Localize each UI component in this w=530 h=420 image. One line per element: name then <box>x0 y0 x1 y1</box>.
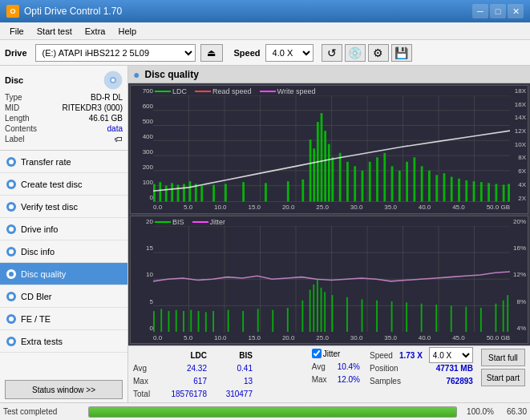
disc-quality-icon: ● <box>133 68 140 81</box>
nav-fe-te[interactable]: FE / TE <box>0 308 127 330</box>
drivebar: Drive (E:) ATAPI iHBS212 2 5L09 ⏏ Speed … <box>0 40 530 66</box>
svg-rect-60 <box>473 181 475 201</box>
nav-label: CD Bler <box>21 292 52 301</box>
svg-rect-82 <box>168 311 170 333</box>
max-bis: 13 <box>208 377 253 386</box>
svg-rect-35 <box>310 139 312 201</box>
start-part-button[interactable]: Start part <box>481 369 525 386</box>
label-icon: 🏷 <box>115 135 123 143</box>
chart2-container: BIS Jitter 20151050 20%16%12%8%4% 0.05.0… <box>130 216 528 345</box>
svg-rect-108 <box>451 305 452 332</box>
svg-rect-62 <box>488 183 490 201</box>
nav-dot <box>6 157 16 167</box>
svg-rect-43 <box>346 162 349 202</box>
total-bis: 310477 <box>208 390 253 398</box>
nav-create-test-disc[interactable]: Create test disc <box>0 173 127 196</box>
nav-label: Extra tests <box>21 337 63 346</box>
svg-rect-98 <box>321 287 322 332</box>
total-label: Total <box>133 390 161 398</box>
jitter-section: Jitter Avg 10.4% Max 12.0% <box>312 349 360 386</box>
svg-rect-59 <box>465 180 467 202</box>
settings-button[interactable]: ⚙ <box>368 44 389 62</box>
read-speed-legend: Read speed <box>195 87 252 95</box>
svg-rect-31 <box>242 182 245 201</box>
svg-rect-56 <box>443 173 446 201</box>
disc-panel-title: Disc <box>5 75 23 85</box>
svg-rect-109 <box>465 306 467 332</box>
ldc-header: LDC <box>163 351 207 360</box>
menu-file[interactable]: File <box>3 25 30 38</box>
jitter-label: Jitter <box>323 349 341 358</box>
svg-rect-111 <box>495 303 496 332</box>
svg-rect-30 <box>225 184 227 201</box>
svg-rect-102 <box>362 299 363 332</box>
status-window-button[interactable]: Status window >> <box>5 380 123 399</box>
jitter-max: 12.0% <box>338 375 360 384</box>
nav-disc-info[interactable]: Disc info <box>0 240 127 263</box>
svg-rect-95 <box>310 289 311 332</box>
start-full-button[interactable]: Start full <box>481 349 525 366</box>
action-buttons: Start full Start part <box>481 349 525 386</box>
nav-dot <box>6 202 16 212</box>
length-value: 46.61 GB <box>89 114 123 123</box>
menu-extra[interactable]: Extra <box>79 25 112 38</box>
nav-dot <box>6 224 16 234</box>
svg-rect-38 <box>321 113 323 201</box>
svg-rect-92 <box>272 309 273 332</box>
svg-rect-41 <box>332 157 334 201</box>
svg-rect-26 <box>189 181 192 201</box>
menu-starttest[interactable]: Start test <box>30 25 79 38</box>
nav-label: Disc info <box>21 247 55 256</box>
sidebar: Disc Type BD-R DL MID RITEKDR3 (000) Len… <box>0 66 128 402</box>
maximize-button[interactable]: □ <box>490 4 506 18</box>
save-button[interactable]: 💾 <box>391 44 412 62</box>
svg-rect-105 <box>406 302 407 332</box>
svg-rect-39 <box>324 131 326 201</box>
drive-label: Drive <box>5 48 27 58</box>
svg-rect-20 <box>153 184 156 201</box>
minimize-button[interactable]: ─ <box>472 4 488 18</box>
svg-rect-22 <box>165 186 168 202</box>
disc-button[interactable]: 💿 <box>345 44 366 62</box>
nav-dot <box>6 337 16 346</box>
nav-drive-info[interactable]: Drive info <box>0 218 127 240</box>
nav-dot <box>6 247 16 256</box>
nav-transfer-rate[interactable]: Transfer rate <box>0 151 127 173</box>
speed-label: Speed <box>234 48 261 58</box>
position-key: Position <box>370 364 399 373</box>
disc-quality-header: ● Disc quality <box>128 66 530 83</box>
svg-rect-44 <box>354 166 356 201</box>
menu-help[interactable]: Help <box>111 25 143 38</box>
drive-select[interactable]: (E:) ATAPI iHBS212 2 5L09 <box>35 44 196 62</box>
nav-disc-quality[interactable]: Disc quality <box>0 263 127 285</box>
avg-bis: 0.41 <box>208 364 253 373</box>
svg-rect-40 <box>328 144 330 202</box>
chart2-legend: BIS Jitter <box>155 218 225 226</box>
nav-dot <box>6 269 16 279</box>
progress-percent: 100.0% <box>462 407 494 416</box>
total-ldc: 18576178 <box>163 390 207 398</box>
nav-verify-test-disc[interactable]: Verify test disc <box>0 196 127 218</box>
speed-select-stats[interactable]: 4.0 X <box>429 347 473 363</box>
eject-button[interactable]: ⏏ <box>200 44 223 62</box>
svg-rect-28 <box>200 186 203 202</box>
speed-value: 1.73 X <box>399 351 423 360</box>
svg-rect-107 <box>435 305 437 332</box>
svg-rect-112 <box>503 300 504 332</box>
svg-rect-36 <box>313 148 315 201</box>
chart1-y-right: 18X16X14X12X10X8X6X4X2X <box>510 86 528 213</box>
svg-rect-49 <box>391 166 394 201</box>
nav-label: Drive info <box>21 224 58 234</box>
nav-extra-tests[interactable]: Extra tests <box>0 330 127 353</box>
bis-header: BIS <box>208 351 253 360</box>
chart1-inner <box>153 95 510 202</box>
nav-cd-bler[interactable]: CD Bler <box>0 285 127 308</box>
nav-label: Create test disc <box>21 180 82 189</box>
contents-label: Contents <box>5 124 37 133</box>
speed-select-drive[interactable]: 4.0 X <box>265 44 314 62</box>
jitter-legend: Jitter <box>192 218 226 226</box>
jitter-checkbox[interactable] <box>312 349 322 358</box>
close-button[interactable]: ✕ <box>508 4 524 18</box>
svg-rect-61 <box>480 182 483 201</box>
refresh-button[interactable]: ↺ <box>322 44 342 62</box>
